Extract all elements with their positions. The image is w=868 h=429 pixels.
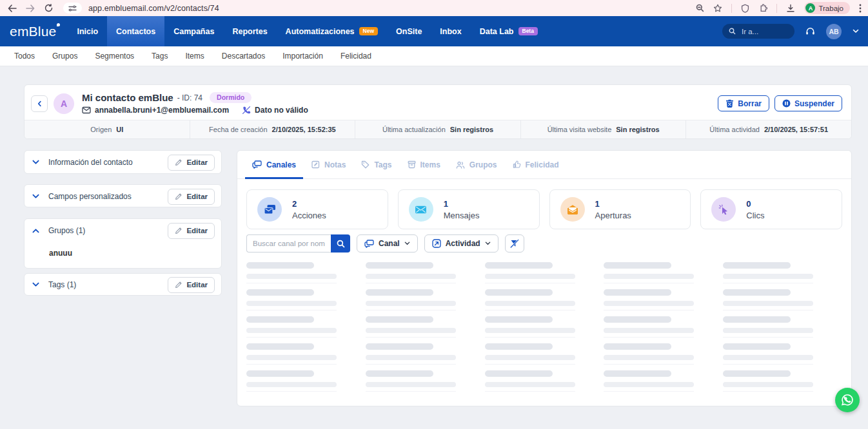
subnav-item-segmentos[interactable]: Segmentos — [95, 52, 134, 61]
skeleton-bar — [723, 355, 813, 360]
edit-tags-button[interactable]: Editar — [168, 277, 215, 293]
skeleton-bar — [604, 337, 694, 338]
shield-icon[interactable] — [741, 4, 749, 13]
back-button[interactable] — [31, 95, 48, 112]
site-info-button[interactable] — [63, 3, 82, 14]
new-badge: New — [359, 27, 378, 36]
skeleton-bar — [246, 289, 314, 296]
skeleton-bar — [246, 355, 337, 360]
browser-forward-button[interactable] — [25, 3, 36, 14]
nav-item-campanas[interactable]: Campañas — [164, 16, 223, 46]
subnav-item-tags[interactable]: Tags — [152, 52, 168, 61]
bookmark-star-icon[interactable] — [713, 4, 722, 13]
subnav-item-todos[interactable]: Todos — [14, 52, 35, 61]
stat-label: Acciones — [292, 211, 326, 220]
tab-felicidad[interactable]: Felicidad — [513, 151, 559, 178]
filters-row: Canal Actividad — [246, 234, 842, 253]
chevron-down-icon[interactable] — [32, 194, 39, 199]
browser-menu-icon[interactable] — [859, 4, 862, 13]
whatsapp-button[interactable] — [835, 388, 860, 412]
skeleton-bar — [485, 355, 575, 360]
subnav-item-items[interactable]: Items — [185, 52, 204, 61]
browser-toolbar-right: A Trabajo — [696, 2, 868, 14]
skeleton-column — [246, 262, 366, 397]
profile-name: Trabajo — [818, 5, 843, 12]
user-avatar[interactable]: AB — [826, 24, 842, 39]
suspend-button[interactable]: Suspender — [774, 95, 842, 111]
url-bar[interactable]: app.embluemail.com/v2/contacts/74 — [88, 4, 219, 13]
chevron-down-icon[interactable] — [853, 29, 859, 33]
subnav-item-felicidad[interactable]: Felicidad — [340, 52, 371, 61]
subnav-item-importacion[interactable]: Importación — [282, 52, 323, 61]
search-button[interactable] — [331, 234, 350, 253]
support-headset-icon[interactable] — [805, 26, 815, 36]
skeleton-bar — [604, 355, 694, 360]
global-search[interactable] — [722, 24, 794, 39]
skeleton-bar — [604, 328, 694, 333]
card-campos-personalizados: Campos personalizados Editar — [24, 184, 222, 207]
skeleton-bar — [366, 316, 433, 323]
skeleton-bar — [366, 364, 456, 365]
global-search-input[interactable] — [740, 27, 780, 36]
skeleton-bar — [723, 274, 813, 279]
edit-contact-info-button[interactable]: Editar — [168, 155, 215, 171]
browser-reload-button[interactable] — [43, 3, 54, 14]
meta-fecha-creacion: Fecha de creación2/10/2025, 15:52:35 — [190, 120, 356, 138]
actividad-dropdown[interactable]: Actividad — [424, 234, 498, 253]
nav-item-onsite[interactable]: OnSite — [387, 16, 431, 46]
skeleton-bar — [604, 310, 694, 310]
skeleton-bar — [246, 328, 337, 333]
skeleton-bar — [604, 262, 671, 269]
download-icon[interactable] — [786, 4, 795, 13]
actions-icon — [257, 197, 282, 222]
channel-search-input[interactable] — [246, 234, 331, 253]
card-grupos: Grupos (1) Editar anuuu — [24, 218, 222, 269]
skeleton-bar — [246, 382, 337, 387]
zoom-icon[interactable] — [696, 4, 704, 12]
activity-icon — [432, 239, 441, 248]
navbar-right: AB — [722, 24, 868, 39]
chevron-up-icon[interactable] — [32, 228, 39, 233]
chevron-down-icon[interactable] — [32, 282, 39, 287]
edit-custom-fields-button[interactable]: Editar — [168, 189, 215, 205]
subnav-item-grupos[interactable]: Grupos — [52, 52, 77, 61]
skeleton-bar — [246, 310, 337, 310]
clear-filters-button[interactable] — [505, 234, 524, 253]
nav-item-reportes[interactable]: Reportes — [223, 16, 276, 46]
browser-back-button[interactable] — [6, 3, 18, 14]
group-list-item[interactable]: anuuu — [49, 249, 221, 258]
loading-skeleton — [246, 262, 842, 397]
emblue-logo[interactable]: emBlue — [10, 24, 56, 39]
chevron-down-icon[interactable] — [32, 160, 39, 165]
canal-dropdown[interactable]: Canal — [357, 234, 418, 253]
tab-grupos[interactable]: Grupos — [456, 151, 497, 178]
main-menu: Inicio Contactos Campañas Reportes Autom… — [68, 16, 547, 46]
stat-value: 1 — [595, 199, 631, 209]
invalid-data-label: Dato no válido — [255, 106, 308, 115]
nav-item-inicio[interactable]: Inicio — [68, 16, 107, 46]
subnav-item-descartados[interactable]: Descartados — [222, 52, 265, 61]
nav-item-inbox[interactable]: Inbox — [431, 16, 470, 46]
tab-tags[interactable]: Tags — [361, 151, 391, 178]
meta-ultima-actividad: Última actividad2/10/2025, 15:57:51 — [686, 120, 851, 138]
skeleton-bar — [485, 328, 575, 333]
nav-item-contactos[interactable]: Contactos — [107, 16, 164, 46]
stat-value: 0 — [746, 199, 764, 209]
extensions-icon[interactable] — [758, 4, 767, 12]
skeleton-bar — [604, 283, 694, 283]
tab-notas[interactable]: Notas — [311, 151, 346, 178]
skeleton-bar — [485, 289, 553, 296]
edit-groups-button[interactable]: Editar — [168, 223, 215, 239]
contact-id: - ID: 74 — [177, 93, 202, 102]
contact-avatar: A — [54, 93, 74, 114]
nav-item-automatizaciones[interactable]: AutomatizacionesNew — [277, 16, 387, 46]
nav-item-datalab[interactable]: Data LabBeta — [471, 16, 547, 46]
delete-button[interactable]: Borrar — [718, 95, 769, 111]
meta-ultima-actualizacion: Última actualizaciónSin registros — [355, 120, 521, 138]
pencil-icon — [175, 227, 182, 234]
skeleton-column — [723, 262, 842, 397]
tab-canales[interactable]: Canales — [252, 151, 296, 178]
skeleton-bar — [604, 382, 694, 387]
browser-profile-chip[interactable]: A Trabajo — [804, 2, 850, 14]
tab-items[interactable]: Items — [408, 151, 440, 178]
